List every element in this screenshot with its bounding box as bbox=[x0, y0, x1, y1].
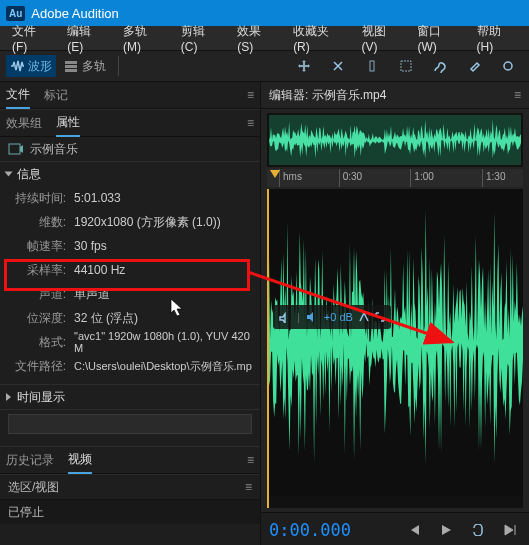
menu-help[interactable]: 帮助(H) bbox=[469, 23, 526, 54]
svg-rect-2 bbox=[65, 69, 77, 72]
multitrack-icon bbox=[64, 59, 78, 73]
tab-properties[interactable]: 属性 bbox=[56, 110, 80, 137]
history-tabrow: 历史记录 视频 ≡ bbox=[0, 447, 260, 474]
menu-window[interactable]: 窗口(W) bbox=[409, 23, 468, 54]
pan-icon bbox=[279, 311, 291, 323]
expand-icon bbox=[375, 312, 385, 322]
menu-view[interactable]: 视图(V) bbox=[354, 23, 410, 54]
svg-rect-6 bbox=[9, 144, 20, 154]
panel-menu-icon-2[interactable]: ≡ bbox=[247, 116, 254, 130]
editor-title: 编辑器: 示例音乐.mp4 bbox=[269, 87, 386, 104]
info-fps: 帧速率:30 fps bbox=[0, 234, 260, 258]
spot-icon bbox=[501, 59, 515, 73]
tab-video[interactable]: 视频 bbox=[68, 447, 92, 474]
tool-lasso[interactable] bbox=[425, 55, 455, 77]
tick-label: 0:30 bbox=[343, 171, 362, 182]
main-area: 文件 标记 ≡ 效果组 属性 ≡ 示例音乐 信息 持续时间:5:01.033 维… bbox=[0, 82, 529, 545]
skip-button[interactable] bbox=[499, 519, 521, 541]
asset-row[interactable]: 示例音乐 bbox=[0, 137, 260, 161]
fx-slot[interactable] bbox=[0, 409, 260, 447]
panel-menu-icon[interactable]: ≡ bbox=[247, 88, 254, 102]
fx-icon bbox=[359, 312, 369, 322]
tool-move[interactable] bbox=[289, 55, 319, 77]
tick-hms: hms bbox=[283, 171, 302, 182]
timeline-ruler[interactable]: hms 0:30 1:00 1:30 bbox=[267, 169, 523, 187]
info-section-header[interactable]: 信息 bbox=[0, 161, 260, 186]
tool-marquee[interactable] bbox=[391, 55, 421, 77]
menu-favorites[interactable]: 收藏夹(R) bbox=[285, 23, 353, 54]
panel-menu-icon-3[interactable]: ≡ bbox=[247, 453, 254, 467]
tab-fxgroup[interactable]: 效果组 bbox=[6, 111, 42, 136]
tick-label: 1:00 bbox=[414, 171, 433, 182]
time-select-icon bbox=[365, 59, 379, 73]
disclosure-triangle-icon bbox=[6, 393, 11, 401]
goto-start-button[interactable] bbox=[403, 519, 425, 541]
tick-label: 1:30 bbox=[486, 171, 505, 182]
timedisplay-section-header[interactable]: 时间显示 bbox=[0, 384, 260, 409]
heal-icon bbox=[467, 59, 481, 73]
playhead-icon[interactable] bbox=[269, 169, 281, 187]
menubar: 文件(F) 编辑(E) 多轨(M) 剪辑(C) 效果(S) 收藏夹(R) 视图(… bbox=[0, 26, 529, 51]
svg-rect-3 bbox=[370, 61, 374, 71]
timecode-display[interactable]: 0:00.000 bbox=[269, 520, 351, 540]
file-tabrow: 文件 标记 ≡ bbox=[0, 82, 260, 109]
tab-markers[interactable]: 标记 bbox=[44, 83, 68, 108]
waveform-icon bbox=[10, 59, 24, 73]
playhead-line bbox=[267, 189, 269, 508]
menu-edit[interactable]: 编辑(E) bbox=[59, 23, 115, 54]
props-tabrow: 效果组 属性 ≡ bbox=[0, 109, 260, 137]
info-duration: 持续时间:5:01.033 bbox=[0, 186, 260, 210]
play-button[interactable] bbox=[435, 519, 457, 541]
tool-razor[interactable] bbox=[323, 55, 353, 77]
waveform-view-button[interactable]: 波形 bbox=[6, 55, 56, 77]
tool-spot[interactable] bbox=[493, 55, 523, 77]
tab-files[interactable]: 文件 bbox=[6, 82, 30, 109]
app-title: Adobe Audition bbox=[31, 6, 118, 21]
hud-db-value: +0 dB bbox=[324, 311, 353, 323]
toolbar: 波形 多轨 bbox=[0, 51, 529, 82]
info-samplerate: 采样率:44100 Hz bbox=[0, 258, 260, 282]
timedisplay-label: 时间显示 bbox=[17, 389, 65, 406]
waveform-label: 波形 bbox=[28, 58, 52, 75]
editor-panel: 编辑器: 示例音乐.mp4 ≡ hms 0:30 1:00 1:30 bbox=[261, 82, 529, 545]
tool-brush[interactable] bbox=[459, 55, 489, 77]
tab-history[interactable]: 历史记录 bbox=[6, 448, 54, 473]
overview-waveform[interactable] bbox=[267, 113, 523, 167]
selection-view-label: 选区/视图 bbox=[8, 479, 59, 496]
disclosure-triangle-icon bbox=[5, 172, 13, 177]
svg-point-5 bbox=[504, 62, 512, 70]
tool-time[interactable] bbox=[357, 55, 387, 77]
move-icon bbox=[297, 59, 311, 73]
info-header-label: 信息 bbox=[17, 166, 41, 183]
razor-icon bbox=[331, 59, 345, 73]
selection-view-row[interactable]: 选区/视图 ≡ bbox=[0, 474, 260, 499]
menu-file[interactable]: 文件(F) bbox=[4, 23, 59, 54]
status-bar: 已停止 bbox=[0, 499, 260, 524]
info-format: 格式:"avc1" 1920w 1080h (1.0), YUV 420 M bbox=[0, 330, 260, 354]
menu-clip[interactable]: 剪辑(C) bbox=[173, 23, 230, 54]
editor-menu-icon[interactable]: ≡ bbox=[514, 88, 521, 102]
marquee-icon bbox=[399, 59, 413, 73]
info-bitdepth: 位深度:32 位 (浮点) bbox=[0, 306, 260, 330]
asset-name: 示例音乐 bbox=[30, 141, 78, 158]
hud-volume[interactable]: | +0 dB bbox=[273, 305, 391, 329]
app-logo: Au bbox=[6, 6, 25, 21]
transport-bar: 0:00.000 bbox=[261, 512, 529, 545]
panel-menu-icon-4[interactable]: ≡ bbox=[245, 480, 252, 494]
main-wave-icon bbox=[267, 189, 523, 496]
status-text: 已停止 bbox=[8, 504, 44, 521]
svg-rect-0 bbox=[65, 61, 77, 64]
menu-effects[interactable]: 效果(S) bbox=[229, 23, 285, 54]
toolbar-divider bbox=[118, 56, 119, 76]
multitrack-view-button[interactable]: 多轨 bbox=[60, 55, 110, 77]
multitrack-label: 多轨 bbox=[82, 58, 106, 75]
loop-button[interactable] bbox=[467, 519, 489, 541]
info-filepath: 文件路径:C:\Users\oulei\Desktop\示例音乐.mp4 bbox=[0, 354, 260, 378]
info-dimensions: 维数:1920x1080 (方形像素 (1.0)) bbox=[0, 210, 260, 234]
menu-multitrack[interactable]: 多轨(M) bbox=[115, 23, 173, 54]
video-file-icon bbox=[8, 142, 24, 156]
svg-rect-4 bbox=[401, 61, 411, 71]
svg-rect-1 bbox=[65, 65, 77, 68]
overview-wave-icon bbox=[269, 115, 521, 165]
waveform-display[interactable]: | +0 dB bbox=[267, 189, 523, 508]
